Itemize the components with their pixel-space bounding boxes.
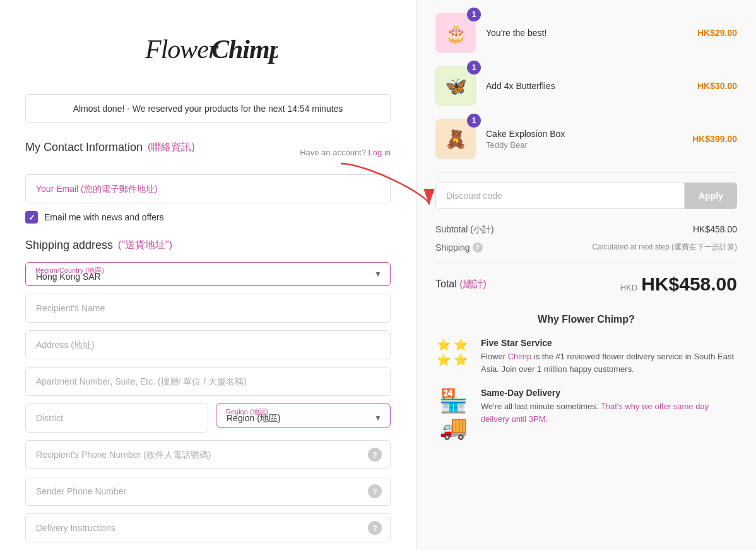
shipping-label: Shipping ? [435,242,483,253]
timer-text: Almost done! - We reserved your products… [73,104,343,114]
item-3-info: Cake Explosion Box Teddy Bear [486,129,682,150]
shipping-note: Calculated at next step (運費在下一步計算) [593,242,737,253]
item-1-info: You're the best! [486,28,687,38]
five-star-title: Five Star Service [481,338,737,348]
total-value: HKD HK$458.00 [620,273,737,295]
five-star-info: Five Star Service Flower Chimp is the #1… [481,338,737,375]
left-panel: Flower Chimp Almost done! - We reserved … [0,0,416,550]
same-day-info: Same-Day Delivery We're all last minute … [481,388,737,425]
svg-text:Chimp: Chimp [211,35,278,64]
delivery-instructions-wrapper: ? [25,513,391,542]
contact-section-header: My Contact Information (聯絡資訊) Have an ac… [25,141,391,164]
district-region-row: Region (地區) Region (地區) ▼ [25,404,391,433]
item-2-price: HK$30.00 [697,81,737,91]
same-day-icon: 🏪🚚 [435,388,471,441]
item-2-info: Add 4x Butterflies [486,81,687,91]
total-label: Total (總計) [435,278,487,291]
shipping-help-icon[interactable]: ? [473,242,483,253]
item-1-img-wrap: 🎂 1 [435,13,476,53]
item-3-price: HK$399.00 [692,134,737,144]
order-items-list: 🎂 1 You're the best! HK$29.00 🦋 1 Add 4x… [435,13,737,159]
item-3-name: Cake Explosion Box [486,129,682,139]
apply-discount-button[interactable]: Apply [685,182,737,209]
discount-row: Apply [435,182,737,209]
region2-select[interactable]: Region (地區) [216,404,391,427]
address-field[interactable] [25,330,391,359]
shipping-row: Shipping ? Calculated at next step (運費在下… [435,242,737,253]
total-currency: HKD [620,283,637,292]
logo-area: Flower Chimp [25,13,391,94]
order-item: 🧸 1 Cake Explosion Box Teddy Bear HK$399… [435,119,737,159]
order-item: 🦋 1 Add 4x Butterflies HK$30.00 [435,66,737,106]
why-section: Why Flower Chimp? ⭐ ⭐ ⭐ ⭐ Five Star Serv… [435,314,737,441]
item-3-badge: 1 [467,114,481,128]
shipping-title: Shipping address ("送貨地址") [25,239,391,252]
apartment-field[interactable] [25,367,391,396]
item-3-img-wrap: 🧸 1 [435,119,476,159]
sender-phone-wrapper: ? [25,477,391,506]
why-item-five-star: ⭐ ⭐ ⭐ ⭐ Five Star Service Flower Chimp i… [435,338,737,375]
order-item: 🎂 1 You're the best! HK$29.00 [435,13,737,53]
item-1-price: HK$29.00 [697,28,737,38]
discount-code-input[interactable] [435,182,685,209]
email-opt-in-row: Email me with news and offers [25,211,391,224]
same-day-desc: We're all last minute sometimes. That's … [481,400,737,425]
item-1-badge: 1 [467,8,481,21]
five-star-icon: ⭐ ⭐ ⭐ ⭐ [435,338,471,367]
item-2-img-wrap: 🦋 1 [435,66,476,106]
subtotal-row: Subtotal (小計) HK$458.00 [435,224,737,236]
account-link: Have an account? Log in [300,148,391,157]
email-field[interactable] [25,174,391,203]
item-2-name: Add 4x Butterflies [486,81,687,91]
region2-wrapper: Region (地區) Region (地區) ▼ [216,404,391,433]
email-opt-in-checkbox[interactable] [25,211,38,224]
why-item-same-day: 🏪🚚 Same-Day Delivery We're all last minu… [435,388,737,441]
item-3-sub: Teddy Bear [486,140,682,150]
sender-phone-help-icon[interactable]: ? [368,484,382,498]
right-panel: 🎂 1 You're the best! HK$29.00 🦋 1 Add 4x… [416,0,756,550]
same-day-title: Same-Day Delivery [481,388,737,398]
item-2-badge: 1 [467,61,481,75]
total-row: Total (總計) HKD HK$458.00 [435,263,737,295]
region-country-wrapper: Region/Country (地區) Hong Kong SAR ▼ [25,262,391,286]
phone-wrapper: ? [25,440,391,469]
total-amount: HK$458.00 [641,273,737,295]
phone-help-icon[interactable]: ? [368,448,382,462]
contact-title: My Contact Information (聯絡資訊) [25,141,195,154]
sender-phone-field[interactable] [25,477,391,506]
item-1-name: You're the best! [486,28,687,38]
recipient-name-field[interactable] [25,294,391,323]
email-opt-in-label: Email me with news and offers [44,212,164,222]
five-star-desc: Flower Chimp is the #1 reviewed flower d… [481,350,737,375]
subtotal-label: Subtotal (小計) [435,224,494,236]
subtotal-value: HK$458.00 [693,224,737,236]
delivery-help-icon[interactable]: ? [368,521,382,535]
region-country-select[interactable]: Hong Kong SAR [25,262,391,286]
logo: Flower Chimp [25,25,391,75]
district-field[interactable] [25,404,208,433]
login-link[interactable]: Log in [369,148,391,157]
svg-text:Flower: Flower [145,35,219,64]
phone-field[interactable] [25,440,391,469]
delivery-instructions-field[interactable] [25,513,391,542]
timer-banner: Almost done! - We reserved your products… [25,94,391,123]
why-title: Why Flower Chimp? [435,314,737,325]
